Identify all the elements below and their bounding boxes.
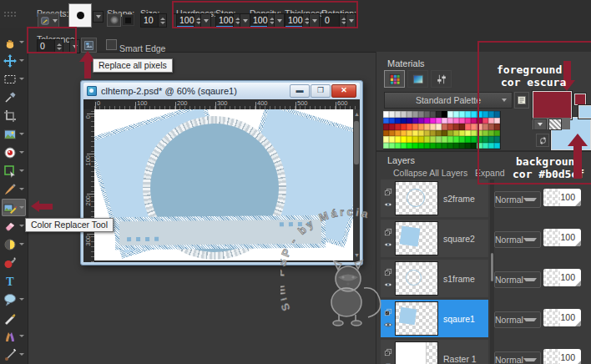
palette-swatch[interactable] xyxy=(459,136,465,143)
flyout-arrow-icon[interactable] xyxy=(19,41,24,43)
palette-swatch[interactable] xyxy=(477,118,482,124)
crop-tool[interactable] xyxy=(2,107,26,124)
palette-swatch[interactable] xyxy=(488,130,494,137)
palette-swatch[interactable] xyxy=(477,130,482,137)
palette-swatch[interactable] xyxy=(401,111,407,118)
layer-opacity-field[interactable]: 100 xyxy=(543,309,581,326)
palette-swatch[interactable] xyxy=(389,111,395,118)
layer-name[interactable]: s1frame xyxy=(443,274,475,284)
palette-swatch[interactable] xyxy=(395,136,401,143)
palette-swatch[interactable] xyxy=(401,130,407,137)
palette-swatch[interactable] xyxy=(447,118,453,124)
layers-splitter[interactable] xyxy=(490,179,494,364)
palette-swatch[interactable] xyxy=(459,118,465,124)
document-titlebar[interactable]: clhtemp-2.psd* @ 60% (sqaure1) ▬ ❐ ✕ xyxy=(83,83,360,99)
param-dropdown[interactable] xyxy=(309,13,320,28)
layer-row[interactable]: sqaure1 Normal 100 xyxy=(376,300,588,337)
param-field[interactable]: 100 xyxy=(176,13,203,28)
palette-swatch[interactable] xyxy=(407,130,412,137)
palette-swatch[interactable] xyxy=(471,111,477,118)
shape-square-button[interactable] xyxy=(122,14,134,26)
palette-swatch[interactable] xyxy=(465,111,471,118)
palette-swatch[interactable] xyxy=(395,118,401,124)
blend-mode-select[interactable]: Normal xyxy=(494,351,541,364)
warp-brush-tool[interactable] xyxy=(2,327,26,345)
layer-row[interactable]: s1frame Normal 100 xyxy=(376,260,588,297)
text-tool[interactable] xyxy=(2,272,26,290)
palette-swatch[interactable] xyxy=(488,136,494,143)
flyout-arrow-icon[interactable] xyxy=(19,298,24,301)
palette-swatch[interactable] xyxy=(430,111,436,118)
palette-swatch[interactable] xyxy=(482,130,488,137)
palette-swatch[interactable] xyxy=(418,118,424,124)
palette-swatch[interactable] xyxy=(383,124,389,130)
layer-thumbnail[interactable] xyxy=(395,181,438,215)
smart-edge-checkbox[interactable] xyxy=(106,39,117,50)
layer-link-icon[interactable] xyxy=(383,188,393,196)
foreground-transparent-button[interactable] xyxy=(548,119,562,130)
palette-swatch[interactable] xyxy=(488,143,494,149)
layer-visibility-eye-icon[interactable] xyxy=(383,361,393,364)
palette-swatch[interactable] xyxy=(389,118,395,124)
palette-swatch[interactable] xyxy=(459,130,465,137)
flyout-arrow-icon[interactable] xyxy=(19,133,24,135)
palette-swatch[interactable] xyxy=(447,136,453,143)
flyout-arrow-icon[interactable] xyxy=(19,353,24,356)
brush-tip-preview[interactable] xyxy=(68,3,92,28)
blend-mode-select[interactable]: Normal xyxy=(494,231,541,248)
palette-swatch[interactable] xyxy=(436,111,442,118)
palette-swatch[interactable] xyxy=(424,130,430,137)
size-spinner[interactable] xyxy=(158,14,166,27)
tolerance-spinner[interactable] xyxy=(54,40,63,53)
callout-tool[interactable] xyxy=(2,291,26,308)
palette-swatch[interactable] xyxy=(471,143,477,149)
palette-swatch[interactable] xyxy=(447,124,453,130)
blend-mode-select[interactable]: Normal xyxy=(494,271,541,288)
layer-opacity-field[interactable]: 100 xyxy=(543,229,581,246)
palette-swatch[interactable] xyxy=(412,136,418,143)
layer-thumbnail[interactable] xyxy=(395,221,438,255)
tolerance-field[interactable]: 0 xyxy=(37,39,63,53)
palette-swatch[interactable] xyxy=(430,124,436,130)
minimize-button[interactable]: ▬ xyxy=(290,84,310,98)
palette-swatch[interactable] xyxy=(442,130,447,137)
flyout-arrow-icon[interactable] xyxy=(19,188,24,190)
layer-visibility-eye-icon[interactable] xyxy=(383,200,393,209)
swatches-tab-button[interactable] xyxy=(384,70,405,88)
palette-swatch[interactable] xyxy=(383,111,389,118)
palette-swatch[interactable] xyxy=(453,124,459,130)
blend-mode-select[interactable]: Normal xyxy=(494,191,541,208)
selection-tool[interactable] xyxy=(2,70,26,88)
layer-link-icon[interactable] xyxy=(383,348,393,356)
palette-swatch[interactable] xyxy=(465,130,471,137)
foreground-mini-chip[interactable] xyxy=(574,94,586,105)
param-field[interactable]: 100 xyxy=(285,13,311,28)
palette-swatch[interactable] xyxy=(401,136,407,143)
palette-swatch[interactable] xyxy=(477,124,482,130)
palette-swatch[interactable] xyxy=(418,130,424,137)
layer-visibility-eye-icon[interactable] xyxy=(383,240,393,249)
layer-row[interactable]: s2frame Normal 100 xyxy=(376,179,588,217)
palette-swatch[interactable] xyxy=(436,118,442,124)
param-field[interactable]: 100 xyxy=(250,13,276,28)
palette-swatch[interactable] xyxy=(494,136,500,143)
param-field[interactable]: 0 xyxy=(321,13,348,28)
flyout-arrow-icon[interactable] xyxy=(19,243,24,245)
palette-swatch[interactable] xyxy=(436,143,442,149)
red-eye-tool[interactable] xyxy=(2,144,26,161)
dropper-tool[interactable] xyxy=(2,88,26,106)
param-dropdown[interactable] xyxy=(346,13,356,28)
layer-link-icon[interactable] xyxy=(383,268,393,276)
param-dropdown[interactable] xyxy=(274,13,285,28)
canvas[interactable] xyxy=(94,109,353,260)
palette-swatch[interactable] xyxy=(418,124,424,130)
palette-swatch[interactable] xyxy=(482,111,488,118)
palette-menu-button[interactable] xyxy=(514,92,529,109)
palette-swatch[interactable] xyxy=(453,111,459,118)
size-value[interactable]: 10 xyxy=(141,14,158,27)
maximize-button[interactable]: ❐ xyxy=(311,84,331,98)
palette-swatch[interactable] xyxy=(407,118,412,124)
palette-swatch[interactable] xyxy=(459,143,465,149)
palette-swatch[interactable] xyxy=(442,136,447,143)
palette-swatch[interactable] xyxy=(412,130,418,137)
